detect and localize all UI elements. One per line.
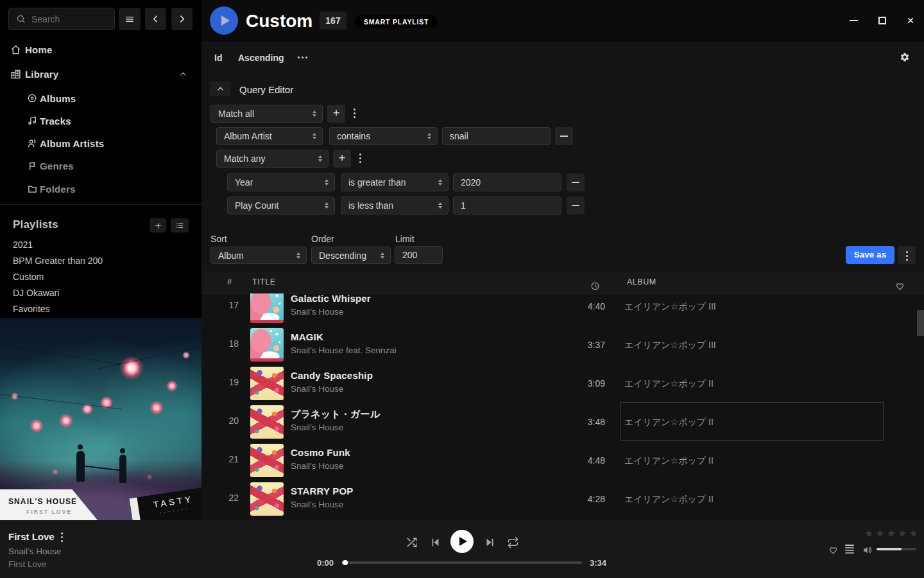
favorite-column-icon[interactable] [895,277,905,288]
collapse-library-icon[interactable] [179,69,187,81]
next-button[interactable] [483,536,496,548]
more-options-icon[interactable] [298,57,307,58]
rule2-operator-select[interactable]: is greater than [341,173,449,191]
select-chevron-icon [325,174,329,191]
col-number[interactable]: # [227,271,232,293]
repeat-button[interactable] [506,535,520,549]
rule1-field-select[interactable]: Album Artist [216,127,323,145]
settings-gear-icon[interactable] [900,52,910,66]
rule2-field-select[interactable]: Year [227,173,335,191]
art-figure-left [76,451,85,482]
play-pause-button[interactable] [450,530,474,553]
track-thumbnail [250,328,284,362]
rule3-value-input[interactable]: 1 [453,197,561,215]
table-row[interactable]: 21 Cosmo Funk Snail’s House 4:48 エイリアン☆ポ… [201,441,917,480]
rule1-remove-button[interactable]: — [555,127,573,145]
track-thumbnail [250,405,284,439]
add-playlist-button[interactable] [150,218,166,232]
query-options-button[interactable] [898,246,916,264]
sidebar-item-album-artists[interactable]: Album Artists [0,136,201,151]
rating-stars[interactable]: ★★★★★ [864,527,920,539]
table-row[interactable]: 19 Candy Spaceship Snail’s House 3:09 エイ… [201,364,917,403]
folder-icon [27,184,37,194]
nav-back-button[interactable] [145,8,166,30]
scrollbar-thumb[interactable] [917,310,924,336]
rule3-field-select[interactable]: Play Count [227,197,335,215]
window-close-button[interactable]: × [904,14,917,27]
duration-column-icon[interactable] [590,277,600,288]
sort-direction-button[interactable]: Ascending [238,53,284,63]
volume-slider[interactable] [877,548,916,550]
table-row[interactable]: 17 Galactic Whisper Snail’s House 4:40 エ… [201,293,917,326]
query-editor-collapse-button[interactable] [210,82,230,96]
table-row[interactable]: 18 MAGIK Snail’s House feat. Sennzai 3:3… [201,326,917,364]
col-title[interactable]: TITLE [252,271,276,293]
playlist-item[interactable]: Custom [13,270,186,283]
table-header: # TITLE ALBUM [201,271,924,293]
shuffle-button[interactable] [404,535,418,549]
order-select[interactable]: Descending [311,247,391,264]
disc-icon [27,93,37,103]
playlists-title: Playlists [13,218,58,231]
save-as-button[interactable]: Save as [846,246,894,264]
sidebar-item-tracks[interactable]: Tracks [0,113,201,128]
playlist-item[interactable]: Favorites [13,302,186,315]
now-playing-artist[interactable]: Snail’s House [8,547,61,556]
search-input[interactable] [8,8,115,30]
sidebar-item-folders[interactable]: Folders [0,181,201,197]
playlist-item[interactable]: DJ Okawari [13,286,186,299]
group2-options-icon[interactable] [359,153,361,163]
art-lantern-string [98,344,201,369]
volume-icon[interactable] [862,545,873,555]
now-playing-options-icon[interactable] [61,532,63,542]
sort-field-button[interactable]: Id [214,53,222,63]
music-note-icon [27,116,37,126]
select-chevron-icon [312,128,316,144]
group-options-icon[interactable] [354,109,355,118]
col-album[interactable]: ALBUM [627,271,656,293]
window-maximize-button[interactable] [878,17,886,24]
limit-input[interactable]: 200 [395,246,443,264]
sidebar-item-albums[interactable]: Albums [0,91,201,106]
sidebar: Home Library Albums Tracks Album Artists… [0,0,201,520]
sidebar-divider [0,204,201,205]
sidebar-item-genres[interactable]: Genres [0,158,201,173]
nav-forward-button[interactable] [171,8,193,30]
queue-icon[interactable] [845,545,854,554]
rule3-remove-button[interactable]: — [567,197,585,215]
rule1-value-input[interactable]: snail [442,127,551,145]
favorite-heart-icon[interactable] [828,545,838,555]
menu-button[interactable] [119,8,141,30]
add-rule-button[interactable]: + [327,105,345,123]
track-count-badge: 167 [320,12,346,30]
playlist-item[interactable]: 2021 [13,238,186,251]
art-artist-name: SNAIL'S HOUSE [8,497,77,506]
sidebar-item-home[interactable]: Home [0,42,201,57]
select-chevron-icon [318,150,322,167]
table-row[interactable]: 22 STARRY POP Snail’s House 4:28 エイリアン☆ポ… [201,480,917,518]
rule2-remove-button[interactable]: — [567,173,585,191]
list-icon [175,221,184,230]
rule3-operator-select[interactable]: is less than [341,197,449,215]
match-any-select[interactable]: Match any [216,150,329,168]
track-thumbnail [250,482,284,516]
app-window: Home Library Albums Tracks Album Artists… [0,0,924,578]
sort-select[interactable]: Album [210,247,307,264]
match-all-select[interactable]: Match all [210,105,323,123]
playlist-item[interactable]: BPM Greater than 200 [13,254,186,267]
now-playing-album[interactable]: First Love [8,559,46,569]
now-playing-title[interactable]: First Love [8,531,55,542]
library-icon [10,69,21,80]
play-playlist-button[interactable] [210,6,238,35]
progress-bar[interactable] [342,561,582,564]
progress-knob[interactable] [343,560,348,565]
rule2-value-input[interactable]: 2020 [453,173,561,191]
add-rule-button2[interactable]: + [333,150,351,168]
rule1-operator-select[interactable]: contains [329,127,438,145]
select-chevron-icon [438,197,442,214]
search-icon [16,14,26,24]
previous-button[interactable] [429,536,441,548]
window-minimize-button[interactable] [850,20,858,21]
sidebar-item-library[interactable]: Library [0,66,201,82]
playlist-list-button[interactable] [171,218,189,232]
